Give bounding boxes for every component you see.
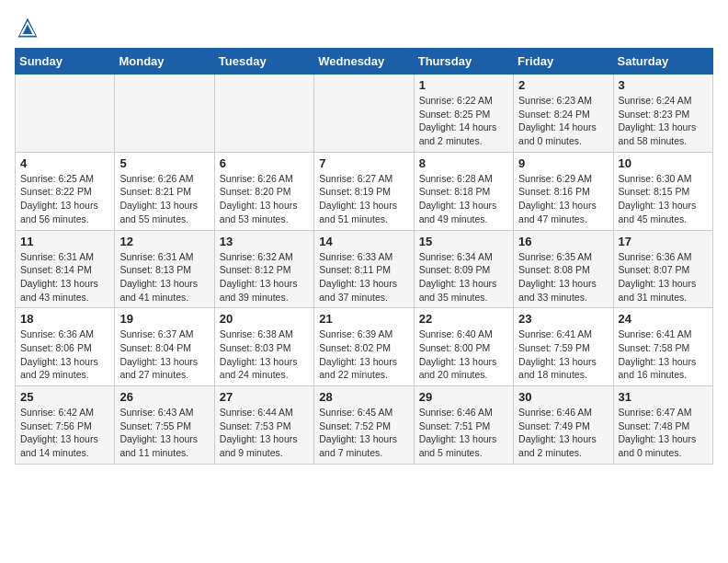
day-info: Sunrise: 6:46 AMSunset: 7:49 PMDaylight:… (518, 406, 608, 460)
calendar-cell: 9Sunrise: 6:29 AMSunset: 8:16 PMDaylight… (514, 152, 613, 230)
day-number: 9 (518, 156, 608, 170)
header (15, 15, 713, 40)
calendar-cell: 12Sunrise: 6:31 AMSunset: 8:13 PMDayligh… (115, 230, 214, 308)
day-info: Sunrise: 6:26 AMSunset: 8:21 PMDaylight:… (119, 172, 209, 226)
day-number: 7 (319, 156, 408, 170)
day-number: 20 (220, 312, 309, 326)
day-number: 17 (619, 235, 708, 248)
logo (15, 15, 44, 40)
calendar-cell: 16Sunrise: 6:35 AMSunset: 8:08 PMDayligh… (514, 230, 613, 308)
calendar-cell (115, 75, 214, 153)
weekday-header-thursday: Thursday (414, 49, 513, 75)
calendar-cell: 15Sunrise: 6:34 AMSunset: 8:09 PMDayligh… (414, 230, 513, 308)
calendar-cell: 17Sunrise: 6:36 AMSunset: 8:07 PMDayligh… (613, 230, 712, 308)
day-info: Sunrise: 6:37 AMSunset: 8:04 PMDaylight:… (119, 327, 209, 382)
day-info: Sunrise: 6:43 AMSunset: 7:55 PMDaylight:… (119, 406, 209, 460)
calendar-cell: 3Sunrise: 6:24 AMSunset: 8:23 PMDaylight… (613, 75, 712, 153)
day-number: 27 (220, 390, 309, 404)
calendar-cell: 31Sunrise: 6:47 AMSunset: 7:48 PMDayligh… (613, 386, 712, 465)
day-number: 3 (619, 78, 708, 92)
day-info: Sunrise: 6:31 AMSunset: 8:14 PMDaylight:… (20, 250, 109, 304)
day-number: 21 (319, 312, 408, 326)
day-number: 24 (619, 312, 708, 326)
calendar-cell: 19Sunrise: 6:37 AMSunset: 8:04 PMDayligh… (115, 308, 214, 386)
day-info: Sunrise: 6:46 AMSunset: 7:51 PMDaylight:… (419, 406, 508, 460)
calendar-cell: 6Sunrise: 6:26 AMSunset: 8:20 PMDaylight… (214, 152, 313, 230)
day-info: Sunrise: 6:28 AMSunset: 8:18 PMDaylight:… (419, 172, 508, 226)
day-info: Sunrise: 6:29 AMSunset: 8:16 PMDaylight:… (518, 172, 608, 226)
day-info: Sunrise: 6:31 AMSunset: 8:13 PMDaylight:… (119, 250, 209, 304)
day-number: 8 (419, 156, 508, 170)
week-row-5: 25Sunrise: 6:42 AMSunset: 7:56 PMDayligh… (16, 386, 713, 465)
weekday-header-saturday: Saturday (613, 49, 712, 75)
calendar-cell: 25Sunrise: 6:42 AMSunset: 7:56 PMDayligh… (16, 386, 115, 465)
day-number: 16 (518, 235, 608, 248)
day-info: Sunrise: 6:26 AMSunset: 8:20 PMDaylight:… (220, 172, 309, 226)
day-info: Sunrise: 6:30 AMSunset: 8:15 PMDaylight:… (619, 172, 708, 226)
weekday-header-wednesday: Wednesday (314, 49, 414, 75)
calendar-cell: 29Sunrise: 6:46 AMSunset: 7:51 PMDayligh… (414, 386, 513, 465)
calendar-cell: 5Sunrise: 6:26 AMSunset: 8:21 PMDaylight… (115, 152, 214, 230)
day-number: 12 (119, 235, 209, 248)
day-number: 31 (619, 390, 708, 404)
day-number: 29 (419, 390, 508, 404)
day-number: 22 (419, 312, 508, 326)
calendar-cell: 22Sunrise: 6:40 AMSunset: 8:00 PMDayligh… (414, 308, 513, 386)
calendar-cell: 18Sunrise: 6:36 AMSunset: 8:06 PMDayligh… (16, 308, 115, 386)
day-info: Sunrise: 6:41 AMSunset: 7:59 PMDaylight:… (518, 327, 608, 382)
day-info: Sunrise: 6:41 AMSunset: 7:58 PMDaylight:… (619, 327, 708, 382)
weekday-header-monday: Monday (115, 49, 214, 75)
day-info: Sunrise: 6:38 AMSunset: 8:03 PMDaylight:… (220, 327, 309, 382)
day-number: 28 (319, 390, 408, 404)
day-info: Sunrise: 6:35 AMSunset: 8:08 PMDaylight:… (518, 250, 608, 304)
week-row-2: 4Sunrise: 6:25 AMSunset: 8:22 PMDaylight… (16, 152, 713, 230)
day-number: 19 (119, 312, 209, 326)
weekday-header-tuesday: Tuesday (214, 49, 313, 75)
calendar-cell: 7Sunrise: 6:27 AMSunset: 8:19 PMDaylight… (314, 152, 414, 230)
day-info: Sunrise: 6:36 AMSunset: 8:06 PMDaylight:… (20, 327, 109, 382)
day-number: 26 (119, 390, 209, 404)
day-info: Sunrise: 6:25 AMSunset: 8:22 PMDaylight:… (20, 172, 109, 226)
calendar-cell (214, 75, 313, 153)
day-info: Sunrise: 6:42 AMSunset: 7:56 PMDaylight:… (20, 406, 109, 460)
day-number: 14 (319, 235, 408, 248)
calendar-cell: 24Sunrise: 6:41 AMSunset: 7:58 PMDayligh… (613, 308, 712, 386)
week-row-1: 1Sunrise: 6:22 AMSunset: 8:25 PMDaylight… (16, 75, 713, 153)
calendar-cell: 23Sunrise: 6:41 AMSunset: 7:59 PMDayligh… (514, 308, 613, 386)
calendar-cell: 8Sunrise: 6:28 AMSunset: 8:18 PMDaylight… (414, 152, 513, 230)
day-info: Sunrise: 6:34 AMSunset: 8:09 PMDaylight:… (419, 250, 508, 304)
day-info: Sunrise: 6:27 AMSunset: 8:19 PMDaylight:… (319, 172, 408, 226)
calendar-cell (16, 75, 115, 153)
calendar-cell: 11Sunrise: 6:31 AMSunset: 8:14 PMDayligh… (16, 230, 115, 308)
day-info: Sunrise: 6:36 AMSunset: 8:07 PMDaylight:… (619, 250, 708, 304)
day-info: Sunrise: 6:45 AMSunset: 7:52 PMDaylight:… (319, 406, 408, 460)
day-number: 13 (220, 235, 309, 248)
calendar-cell: 21Sunrise: 6:39 AMSunset: 8:02 PMDayligh… (314, 308, 414, 386)
calendar: SundayMondayTuesdayWednesdayThursdayFrid… (15, 48, 713, 465)
day-number: 11 (20, 235, 109, 248)
calendar-cell: 14Sunrise: 6:33 AMSunset: 8:11 PMDayligh… (314, 230, 414, 308)
calendar-cell: 28Sunrise: 6:45 AMSunset: 7:52 PMDayligh… (314, 386, 414, 465)
day-info: Sunrise: 6:40 AMSunset: 8:00 PMDaylight:… (419, 327, 508, 382)
day-number: 5 (119, 156, 209, 170)
weekday-header-friday: Friday (514, 49, 613, 75)
day-info: Sunrise: 6:23 AMSunset: 8:24 PMDaylight:… (518, 94, 608, 148)
day-number: 23 (518, 312, 608, 326)
day-number: 18 (20, 312, 109, 326)
day-number: 4 (20, 156, 109, 170)
day-info: Sunrise: 6:22 AMSunset: 8:25 PMDaylight:… (419, 94, 508, 148)
calendar-cell: 4Sunrise: 6:25 AMSunset: 8:22 PMDaylight… (16, 152, 115, 230)
calendar-cell: 30Sunrise: 6:46 AMSunset: 7:49 PMDayligh… (514, 386, 613, 465)
day-number: 10 (619, 156, 708, 170)
calendar-cell: 20Sunrise: 6:38 AMSunset: 8:03 PMDayligh… (214, 308, 313, 386)
calendar-cell: 26Sunrise: 6:43 AMSunset: 7:55 PMDayligh… (115, 386, 214, 465)
day-info: Sunrise: 6:24 AMSunset: 8:23 PMDaylight:… (619, 94, 708, 148)
weekday-header-sunday: Sunday (16, 49, 115, 75)
calendar-cell (314, 75, 414, 153)
day-number: 25 (20, 390, 109, 404)
day-number: 6 (220, 156, 309, 170)
day-number: 2 (518, 78, 608, 92)
day-info: Sunrise: 6:47 AMSunset: 7:48 PMDaylight:… (619, 406, 708, 460)
calendar-cell: 2Sunrise: 6:23 AMSunset: 8:24 PMDaylight… (514, 75, 613, 153)
day-number: 30 (518, 390, 608, 404)
